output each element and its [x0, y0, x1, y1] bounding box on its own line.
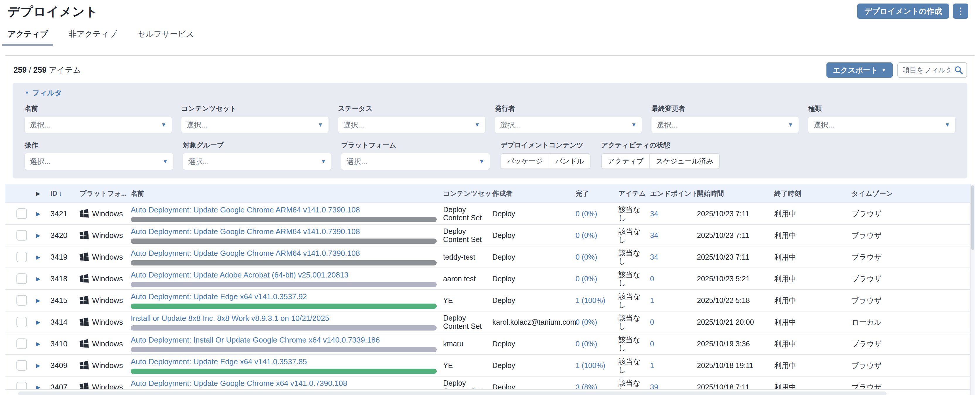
row-expand-icon[interactable]: ▶: [31, 319, 45, 326]
row-platform-label: Windows: [92, 274, 123, 284]
deployment-name-link[interactable]: Auto Deployment: Update Google Chrome AR…: [131, 205, 437, 215]
chevron-down-icon: ▼: [479, 158, 484, 165]
filter-r2-0-select[interactable]: 選択...▼: [25, 153, 173, 170]
filter-4-select[interactable]: 選択...▼: [651, 116, 799, 133]
filter-0: 名前選択...▼: [25, 104, 172, 133]
column-header-name[interactable]: 名前: [128, 189, 438, 198]
vertical-scrollbar[interactable]: [970, 184, 975, 395]
column-header-items[interactable]: アイテム: [613, 189, 645, 198]
row-endpoints-link[interactable]: 1: [645, 361, 692, 370]
row-timezone: ブラウザ: [846, 339, 975, 348]
create-deployment-button[interactable]: デプロイメントの作成: [857, 3, 949, 19]
row-timezone: ローカル: [846, 318, 975, 326]
row-expand-icon[interactable]: ▶: [31, 297, 45, 304]
table-row: ▶ 3418 Windows Auto Deployment: Update A…: [5, 268, 975, 290]
deployment-name-link[interactable]: Auto Deployment: Update Adobe Acrobat (6…: [131, 271, 437, 280]
windows-icon: [80, 339, 89, 348]
expand-all-icon[interactable]: ▶: [31, 190, 45, 197]
row-done-link[interactable]: 1 (100%): [570, 296, 613, 304]
row-platform-label: Windows: [92, 339, 123, 349]
row-content-set: teddy-test: [438, 253, 487, 261]
row-expand-icon[interactable]: ▶: [31, 210, 45, 217]
horizontal-scrollbar-thumb[interactable]: [18, 392, 886, 395]
segment-option-0-1[interactable]: バンドル: [549, 153, 590, 169]
deployment-name-link[interactable]: Auto Deployment: Update Edge x64 v141.0.…: [131, 357, 437, 366]
tab-2[interactable]: セルフサービス: [137, 29, 194, 46]
segment-option-0-0[interactable]: パッケージ: [501, 153, 549, 169]
filter-3-select[interactable]: 選択...▼: [495, 116, 642, 133]
row-done-link[interactable]: 0 (0%): [570, 318, 613, 326]
row-checkbox[interactable]: [16, 230, 27, 241]
row-endpoints-link[interactable]: 0: [645, 339, 692, 348]
deployment-name-link[interactable]: Auto Deployment: Update Edge x64 v141.0.…: [131, 292, 437, 301]
chevron-down-icon: ▼: [318, 122, 323, 128]
row-done-link[interactable]: 0 (0%): [570, 210, 613, 218]
row-platform-label: Windows: [92, 361, 123, 370]
row-endpoints-link[interactable]: 0: [645, 275, 692, 283]
windows-icon: [80, 231, 89, 240]
row-checkbox[interactable]: [16, 338, 27, 349]
deployments-table: ▶ ID↓ プラットフォ... 名前 コンテンツセット 作成者 完了 アイテム …: [5, 184, 975, 395]
column-header-endpoints[interactable]: エンドポイント: [645, 189, 692, 198]
row-done-link[interactable]: 0 (0%): [570, 231, 613, 239]
sort-desc-icon: ↓: [59, 190, 62, 197]
column-header-creator[interactable]: 作成者: [487, 189, 570, 198]
filter-r2-1-select[interactable]: 選択...▼: [183, 153, 331, 170]
deployment-name-link[interactable]: Auto Deployment: Update Google Chrome AR…: [131, 227, 437, 236]
kebab-menu-button[interactable]: ⋮: [953, 3, 968, 19]
row-done-link[interactable]: 0 (0%): [570, 339, 613, 348]
column-header-timezone[interactable]: タイムゾーン: [846, 189, 975, 198]
column-header-id[interactable]: ID↓: [45, 190, 75, 198]
filter-1-select[interactable]: 選択...▼: [181, 116, 329, 133]
row-endpoints-link[interactable]: 0: [645, 318, 692, 326]
column-header-platform[interactable]: プラットフォ...: [75, 189, 128, 198]
tab-1[interactable]: 非アクティブ: [68, 29, 117, 46]
row-checkbox[interactable]: [16, 360, 27, 371]
row-expand-icon[interactable]: ▶: [31, 232, 45, 239]
row-done-link[interactable]: 1 (100%): [570, 361, 613, 370]
row-timezone: ブラウザ: [846, 296, 975, 304]
export-button[interactable]: エクスポート ▼: [826, 62, 892, 78]
filter-2-select[interactable]: 選択...▼: [338, 116, 485, 133]
filter-r2-0: 操作選択...▼: [25, 141, 173, 170]
row-expand-icon[interactable]: ▶: [31, 341, 45, 347]
filter-5-select[interactable]: 選択...▼: [808, 116, 955, 133]
row-checkbox[interactable]: [16, 317, 27, 327]
row-checkbox[interactable]: [16, 273, 27, 284]
row-done-link[interactable]: 0 (0%): [570, 253, 613, 261]
row-endpoints-link[interactable]: 34: [645, 210, 692, 218]
deployment-progress-bar: [131, 282, 437, 287]
row-checkbox[interactable]: [16, 208, 27, 219]
deployment-name-link[interactable]: Install or Update 8x8 Inc. 8x8 Work v8.9…: [131, 314, 437, 323]
deployment-name-link[interactable]: Auto Deployment: Install Or Update Googl…: [131, 336, 437, 345]
filter-r2-2-select[interactable]: 選択...▼: [341, 153, 490, 170]
row-endpoints-link[interactable]: 1: [645, 296, 692, 304]
row-id: 3410: [45, 339, 75, 349]
filter-collapse-toggle[interactable]: ▼ フィルタ: [25, 88, 955, 97]
row-endpoints-link[interactable]: 34: [645, 231, 692, 239]
row-expand-icon[interactable]: ▶: [31, 276, 45, 282]
column-header-start[interactable]: 開始時間: [692, 189, 769, 198]
vertical-scrollbar-thumb[interactable]: [971, 185, 974, 250]
deployment-name-link[interactable]: Auto Deployment: Update Google Chrome x6…: [131, 379, 437, 388]
filter-0-select[interactable]: 選択...▼: [25, 116, 172, 133]
row-checkbox[interactable]: [16, 252, 27, 262]
column-header-done[interactable]: 完了: [570, 189, 613, 198]
table-body: ▶ 3421 Windows Auto Deployment: Update G…: [5, 203, 975, 395]
segment-option-1-1[interactable]: スケジュール済み: [650, 153, 719, 169]
horizontal-scrollbar[interactable]: [5, 389, 970, 395]
column-header-end[interactable]: 終了時刻: [769, 189, 846, 198]
tab-0[interactable]: アクティブ: [8, 29, 48, 46]
row-platform: Windows: [75, 361, 128, 370]
row-done-link[interactable]: 0 (0%): [570, 275, 613, 283]
row-endpoints-link[interactable]: 34: [645, 253, 692, 261]
deployment-name-link[interactable]: Auto Deployment: Update Google Chrome AR…: [131, 249, 437, 258]
column-header-content-set[interactable]: コンテンツセット: [438, 189, 487, 198]
row-items: 該当なし: [613, 336, 645, 352]
chevron-down-icon: ▼: [945, 122, 950, 128]
row-checkbox[interactable]: [16, 295, 27, 306]
row-items: 該当なし: [613, 205, 645, 222]
segment-option-1-0[interactable]: アクティブ: [601, 153, 650, 169]
row-expand-icon[interactable]: ▶: [31, 254, 45, 261]
row-expand-icon[interactable]: ▶: [31, 362, 45, 369]
